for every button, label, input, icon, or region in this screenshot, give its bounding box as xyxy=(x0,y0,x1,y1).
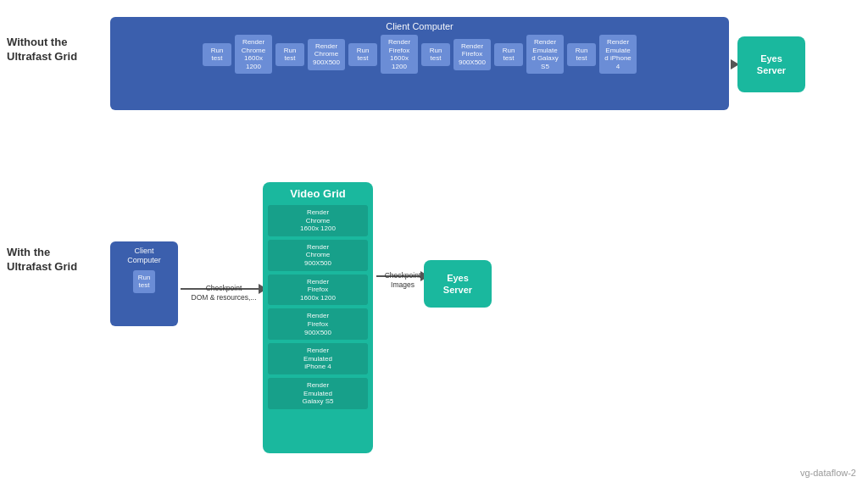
run-test-box: Run test xyxy=(203,43,231,66)
video-grid-box: Video Grid Render Chrome 1600x 1200Rende… xyxy=(263,182,373,453)
arrow1-label: Checkpoint DOM & resources,... xyxy=(192,284,257,302)
run-test-box: Run test xyxy=(567,43,596,66)
video-render-box: Render Firefox 1600x 1200 xyxy=(268,274,368,306)
client-computer-bottom-title: Client Computer xyxy=(127,247,161,265)
render-box: Render Emulate d Galaxy S5 xyxy=(526,35,564,74)
arrow2-label: Checkpoint Images xyxy=(385,271,421,290)
video-grid-title: Video Grid xyxy=(290,187,346,200)
render-box: Render Emulate d iPhone 4 xyxy=(599,35,637,74)
client-computer-top-title: Client Computer xyxy=(386,21,453,31)
eyes-server-top: Eyes Server xyxy=(737,36,805,92)
video-render-box: Render Firefox 900X500 xyxy=(268,308,368,340)
video-render-box: Render Emulated iPhone 4 xyxy=(268,343,368,374)
arrow1-group: Checkpoint DOM & resources,... xyxy=(181,284,267,294)
render-box: Render Chrome 900X500 xyxy=(308,39,345,70)
run-test-box: Run test xyxy=(494,43,523,66)
render-box: Render Firefox 900X500 xyxy=(453,39,491,70)
run-test-box: Run test xyxy=(421,43,450,66)
watermark: vg-dataflow-2 xyxy=(800,468,856,478)
client-computer-top: Client Computer Run testRender Chrome 16… xyxy=(110,17,729,110)
top-arrow xyxy=(731,59,737,69)
top-section-label: Without the Ultrafast Grid xyxy=(7,36,100,64)
video-render-box: Render Chrome 1600x 1200 xyxy=(268,205,368,236)
client-computer-bottom: Client Computer Run test xyxy=(110,241,178,326)
run-test-box: Run test xyxy=(348,43,377,66)
bottom-section-label: With the Ultrafast Grid xyxy=(7,246,100,274)
video-render-box: Render Chrome 900X500 xyxy=(268,240,368,271)
render-box: Render Chrome 1600x 1200 xyxy=(235,35,272,74)
top-boxes-row: Run testRender Chrome 1600x 1200Run test… xyxy=(196,35,643,74)
diagram-container: Without the Ultrafast Grid Client Comput… xyxy=(0,0,868,488)
run-test-bottom: Run test xyxy=(133,270,156,293)
render-box: Render Firefox 1600x 1200 xyxy=(381,35,418,74)
eyes-server-bottom: Eyes Server xyxy=(424,260,492,308)
video-render-box: Render Emulated Galaxy S5 xyxy=(268,378,368,409)
arrow2-group: Checkpoint Images xyxy=(376,271,429,281)
run-test-box: Run test xyxy=(275,43,304,66)
